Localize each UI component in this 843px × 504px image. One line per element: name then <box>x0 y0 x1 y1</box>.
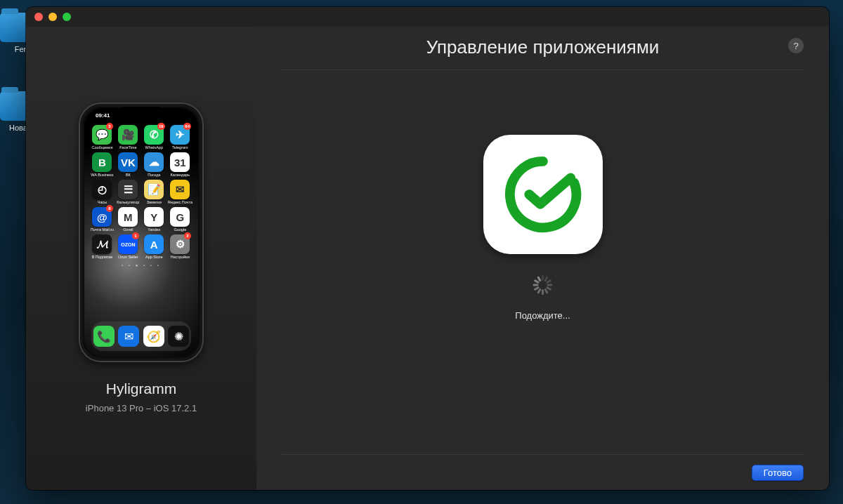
device-screen: 09:41 💬3Сообщения🎥FaceTime✆19WhatsApp✈64… <box>84 108 198 357</box>
home-app[interactable]: MGmail <box>116 207 140 232</box>
app-icon: 📝 <box>144 180 164 199</box>
loading-spinner-icon <box>533 275 553 295</box>
status-bar-time: 09:41 <box>96 112 110 119</box>
content-main: Подождите... <box>282 70 804 455</box>
notification-badge: 8 <box>106 205 113 212</box>
app-icon: ☰ <box>118 180 138 199</box>
window-body: 09:41 💬3Сообщения🎥FaceTime✆19WhatsApp✈64… <box>26 27 829 490</box>
home-app[interactable]: BWA Business <box>90 152 115 177</box>
app-icon: G <box>170 207 190 227</box>
app-icon: 🎥 <box>118 125 138 145</box>
page-title: Управление приложениями <box>282 37 804 58</box>
app-label: WA Business <box>91 173 113 177</box>
app-label: Календарь <box>170 173 190 177</box>
home-app[interactable]: @8Почта Mail.ru <box>90 207 115 232</box>
home-app[interactable]: 💬3Сообщения <box>90 125 115 150</box>
help-icon: ? <box>793 41 798 51</box>
traffic-lights <box>34 13 71 21</box>
home-app[interactable]: ✈64Telegram <box>168 125 192 150</box>
app-label: Часы <box>98 200 107 204</box>
app-label: Google <box>174 227 186 232</box>
app-label: Yandex <box>148 227 160 232</box>
app-label: Почта Mail.ru <box>91 227 114 232</box>
home-screen-grid: 💬3Сообщения🎥FaceTime✆19WhatsApp✈64Telegr… <box>84 121 198 259</box>
notification-badge: 19 <box>157 123 165 130</box>
home-app[interactable]: 31Календарь <box>168 152 192 177</box>
app-label: Сообщения <box>92 145 113 150</box>
app-window: 09:41 💬3Сообщения🎥FaceTime✆19WhatsApp✈64… <box>26 7 829 490</box>
content-panel: Управление приложениями ? Подождите... Г… <box>256 27 829 490</box>
app-icon: ◴ <box>92 180 112 199</box>
app-label: Погода <box>148 173 160 177</box>
home-app[interactable]: VKВК <box>116 152 140 177</box>
notification-badge: 64 <box>183 123 191 130</box>
dock-app-icon[interactable]: ✉ <box>118 326 139 347</box>
app-label: WhatsApp <box>145 145 163 150</box>
sber-check-icon <box>502 153 584 236</box>
app-label: Заметки <box>147 200 162 204</box>
home-app[interactable]: ☰Калькулятор <box>116 180 140 204</box>
dock-app-icon[interactable]: 🧭 <box>143 326 164 347</box>
dock-app-icon[interactable]: ✺ <box>168 326 189 347</box>
home-app[interactable]: ✆19WhatsApp <box>142 125 166 150</box>
app-icon: B <box>92 152 112 172</box>
home-app[interactable]: YYandex <box>142 207 166 232</box>
app-label: Калькулятор <box>117 200 139 204</box>
wait-label: Подождите... <box>515 310 570 321</box>
app-large-icon <box>483 135 603 254</box>
app-label: Telegram <box>172 145 188 150</box>
device-side-panel: 09:41 💬3Сообщения🎥FaceTime✆19WhatsApp✈64… <box>26 27 256 490</box>
home-app[interactable]: ⚙2Настройки <box>168 234 192 259</box>
home-app[interactable]: ☁Погода <box>142 152 166 177</box>
notification-badge: 3 <box>106 123 113 130</box>
app-icon: ☁ <box>144 152 164 172</box>
content-footer: Готово <box>282 455 804 490</box>
minimize-window-button[interactable] <box>48 13 57 21</box>
app-label: Настройки <box>171 255 190 259</box>
notification-badge: 1 <box>132 232 139 239</box>
app-label: FaceTime <box>119 145 136 150</box>
app-label: Ozon Seller <box>118 255 138 259</box>
device-preview: 09:41 💬3Сообщения🎥FaceTime✆19WhatsApp✈64… <box>79 102 204 362</box>
home-app[interactable]: 📝Заметки <box>142 180 166 204</box>
home-app[interactable]: ✉Яндекс.Почта <box>168 180 192 204</box>
home-app[interactable]: AApp Store <box>142 234 166 259</box>
app-icon: ✉ <box>170 180 190 199</box>
close-window-button[interactable] <box>34 13 43 21</box>
device-name: Hyligramm <box>106 380 176 397</box>
help-button[interactable]: ? <box>788 38 804 53</box>
notification-badge: 2 <box>184 232 191 239</box>
dock: 📞✉🧭✺ <box>91 321 191 351</box>
app-icon: 31 <box>170 152 190 172</box>
window-titlebar[interactable] <box>26 7 829 27</box>
done-button[interactable]: Готово <box>752 465 804 481</box>
home-app[interactable]: GGoogle <box>168 207 192 232</box>
home-app[interactable]: ◴Часы <box>90 180 115 204</box>
app-label: В Подписке <box>92 255 113 259</box>
app-icon: VK <box>118 152 138 172</box>
content-header: Управление приложениями ? <box>282 27 804 70</box>
app-label: ВК <box>126 173 131 177</box>
app-icon: M <box>118 207 138 227</box>
home-app[interactable]: 𝓜В Подписке <box>90 234 115 259</box>
dock-app-icon[interactable]: 📞 <box>93 326 115 347</box>
app-icon: A <box>144 234 164 254</box>
app-icon: Y <box>144 207 164 227</box>
app-label: Gmail <box>123 227 133 232</box>
home-app[interactable]: OZON1Ozon Seller <box>116 234 140 259</box>
zoom-window-button[interactable] <box>63 13 71 21</box>
device-model-os: iPhone 13 Pro – iOS 17.2.1 <box>86 403 197 413</box>
app-icon: 𝓜 <box>92 234 112 254</box>
app-label: App Store <box>145 255 162 259</box>
app-label: Яндекс.Почта <box>168 200 192 204</box>
page-indicator: • • ● • • • <box>84 263 198 267</box>
home-app[interactable]: 🎥FaceTime <box>116 125 140 150</box>
